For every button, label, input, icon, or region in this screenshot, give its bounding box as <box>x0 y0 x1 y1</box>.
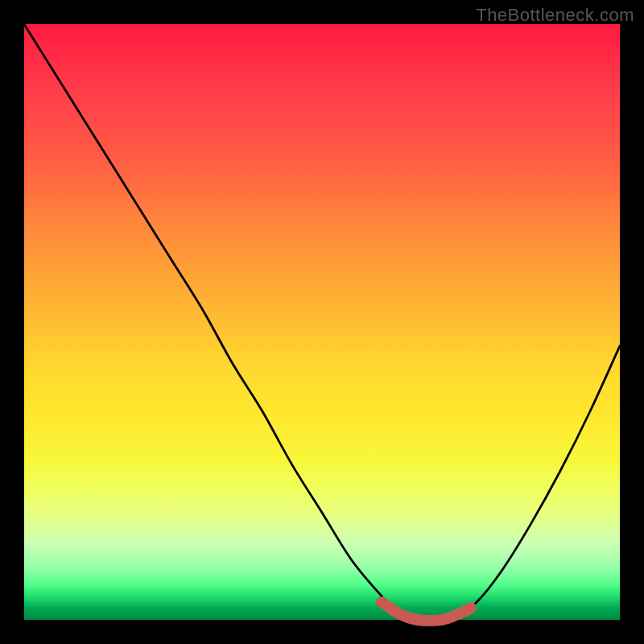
bottleneck-curve <box>24 24 620 621</box>
watermark-label: TheBottleneck.com <box>476 5 634 26</box>
bottom-highlight <box>382 602 471 621</box>
plot-area <box>24 24 620 620</box>
curve-svg <box>24 24 620 620</box>
chart-frame: TheBottleneck.com <box>0 0 644 644</box>
